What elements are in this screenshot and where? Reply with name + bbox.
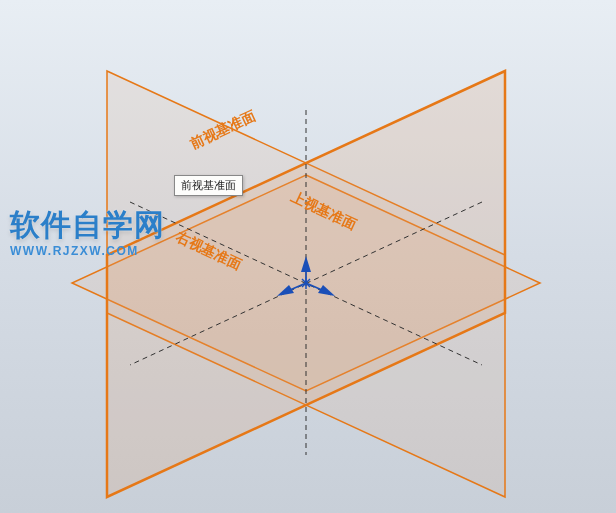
cad-viewport[interactable]: 前视基准面 上视基准面 右视基准面 软件自学网 WWW.RJZXW.COM 前视… <box>0 0 616 513</box>
tooltip-text: 前视基准面 <box>181 179 236 191</box>
watermark-title: 软件自学网 <box>10 205 165 246</box>
watermark-logo: 软件自学网 WWW.RJZXW.COM <box>10 205 165 258</box>
hover-tooltip: 前视基准面 <box>174 175 243 196</box>
watermark-url: WWW.RJZXW.COM <box>10 244 165 258</box>
